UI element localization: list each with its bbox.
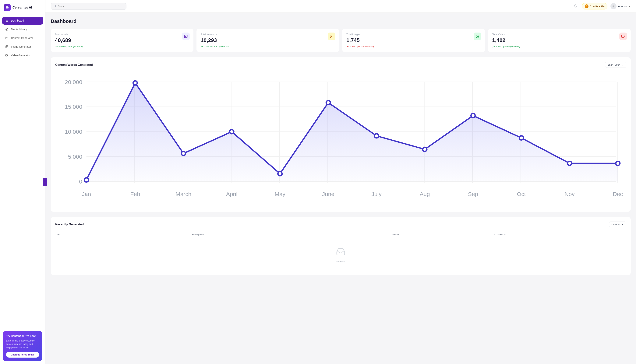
search-icon: [54, 5, 56, 8]
month-chevron-icon: [621, 223, 624, 226]
stat-value-words: 40,689: [55, 37, 189, 43]
sidebar-label-content-generator: Content Generator: [11, 36, 33, 40]
svg-text:15,000: 15,000: [65, 104, 82, 110]
sidebar-item-image-generator[interactable]: Image Generator: [2, 43, 43, 51]
trend-down-icon: [346, 45, 349, 48]
svg-text:Feb: Feb: [130, 191, 140, 197]
stat-value-images: 1,745: [346, 37, 481, 43]
video-generator-icon: [5, 54, 9, 57]
col-words: Words: [392, 233, 491, 236]
chart-point-nov: [567, 161, 572, 165]
dashboard-icon: ⊞: [5, 19, 9, 22]
sidebar-item-dashboard[interactable]: ⊞ Dashboard: [2, 17, 43, 24]
chart-point-june: [326, 101, 330, 105]
credits-badge[interactable]: $ Credits - 914: [582, 3, 607, 10]
stat-value-videos: 1,402: [492, 37, 626, 43]
stat-label-videos: Total Videos: [492, 33, 626, 36]
header: $ Credits - 914 Alfonso: [46, 0, 636, 13]
stat-change-words: 8.5% Up from yesterday: [55, 45, 189, 48]
chevron-down-icon: [628, 5, 631, 8]
svg-text:March: March: [176, 191, 191, 197]
svg-text:Sep: Sep: [468, 191, 478, 197]
stat-card-words: Total Words 40,689 8.5% Up from yesterda…: [51, 29, 193, 52]
col-description: Description: [190, 233, 389, 236]
year-selector-button[interactable]: Year - 2024: [605, 62, 626, 68]
sidebar-item-content-generator[interactable]: Content Generator: [2, 34, 43, 42]
chart-header: Content/Words Generated Year - 2024: [55, 62, 626, 68]
stat-change-images: 4.3% Up from yesterday: [346, 45, 481, 48]
svg-text:May: May: [275, 191, 286, 197]
svg-text:July: July: [371, 191, 382, 197]
stat-icon-keywords: [328, 32, 335, 40]
upgrade-button[interactable]: Upgrade to Pro Today: [6, 352, 39, 358]
sidebar-item-media-library[interactable]: Media Library: [2, 25, 43, 33]
main-content: $ Credits - 914 Alfonso Dashboard Total …: [46, 0, 636, 364]
svg-text:Dec: Dec: [613, 191, 623, 197]
stat-value-keywords: 10,293: [201, 37, 335, 43]
no-data-icon: [336, 247, 345, 258]
table-header: Title Description Words Created At: [55, 231, 626, 238]
svg-text:0: 0: [79, 178, 82, 185]
stat-card-keywords: Total Keywords 10,293 1.3% Up from yeste…: [197, 29, 339, 52]
stat-change-videos: 4.3% Up from yesterday: [492, 45, 626, 48]
chart-point-aug: [423, 147, 427, 151]
promo-description: Enter in this creative world of content …: [6, 339, 39, 349]
svg-point-6: [6, 46, 7, 46]
stat-card-images: Total Images 1,745 4.3% Up from yesterda…: [342, 29, 485, 52]
chart-point-sep: [471, 114, 475, 118]
search-input[interactable]: [58, 5, 124, 8]
image-generator-icon: [5, 45, 9, 48]
svg-text:June: June: [322, 191, 334, 197]
search-box[interactable]: [51, 3, 127, 10]
stat-cards: Total Words 40,689 8.5% Up from yesterda…: [51, 29, 631, 52]
chart-fill-area: [87, 83, 618, 182]
year-chevron-icon: [621, 64, 624, 66]
user-avatar: [610, 3, 616, 9]
stat-icon-images: [474, 32, 481, 40]
chart-point-dec: [616, 161, 620, 165]
user-menu-button[interactable]: Alfonso: [610, 3, 631, 9]
col-created-at: Created At: [494, 233, 626, 236]
col-title: Title: [55, 233, 187, 236]
sidebar: Cervantes AI ⊞ Dashboard Media Library C…: [0, 0, 46, 364]
chart-point-july: [374, 134, 379, 138]
stat-icon-videos: [619, 32, 627, 40]
sidebar-nav: ⊞ Dashboard Media Library Content Genera…: [0, 17, 45, 328]
promo-card: Try Content AI Pro now! Enter in this cr…: [3, 331, 42, 361]
chart-point-oct: [519, 136, 523, 140]
svg-point-1: [7, 29, 7, 30]
sidebar-label-video-generator: Video Generator: [11, 54, 30, 57]
svg-rect-19: [621, 35, 624, 38]
stat-label-words: Total Words: [55, 33, 189, 36]
recent-header: Recently Generated October: [55, 222, 626, 228]
sidebar-item-video-generator[interactable]: Video Generator: [2, 52, 43, 60]
page-content: Dashboard Total Words 40,689 8.5% Up fro…: [46, 13, 636, 364]
page-title: Dashboard: [51, 18, 631, 24]
recent-section: Recently Generated October Title Descrip…: [51, 217, 631, 275]
stat-card-videos: Total Videos 1,402 4.3% Up from yesterda…: [488, 29, 631, 52]
svg-text:10,000: 10,000: [65, 129, 82, 135]
empty-inbox-icon: [336, 247, 345, 256]
svg-text:Jan: Jan: [82, 191, 91, 197]
credits-label: Credits - 914: [590, 5, 604, 8]
svg-text:Oct: Oct: [517, 191, 526, 197]
trend-up-icon-2: [201, 45, 203, 48]
svg-line-10: [56, 6, 56, 7]
chart-title: Content/Words Generated: [55, 63, 93, 66]
svg-text:Aug: Aug: [420, 191, 430, 197]
month-selector-button[interactable]: October: [609, 222, 626, 228]
chart-section: Content/Words Generated Year - 2024: [51, 57, 631, 212]
notification-button[interactable]: [572, 3, 579, 10]
sidebar-label-dashboard: Dashboard: [11, 19, 24, 22]
logo[interactable]: Cervantes AI: [0, 0, 45, 17]
line-chart-svg: 20,000 15,000 10,000 5,000 0: [55, 72, 626, 206]
svg-point-9: [54, 5, 56, 6]
logo-icon: [4, 4, 11, 11]
svg-point-11: [613, 5, 614, 6]
chart-point-april: [230, 130, 234, 134]
svg-point-18: [477, 36, 477, 36]
promo-title: Try Content AI Pro now!: [6, 334, 39, 338]
chart-point-jan: [85, 178, 89, 182]
recent-title: Recently Generated: [55, 223, 84, 226]
sidebar-toggle-button[interactable]: ‹: [43, 178, 47, 186]
